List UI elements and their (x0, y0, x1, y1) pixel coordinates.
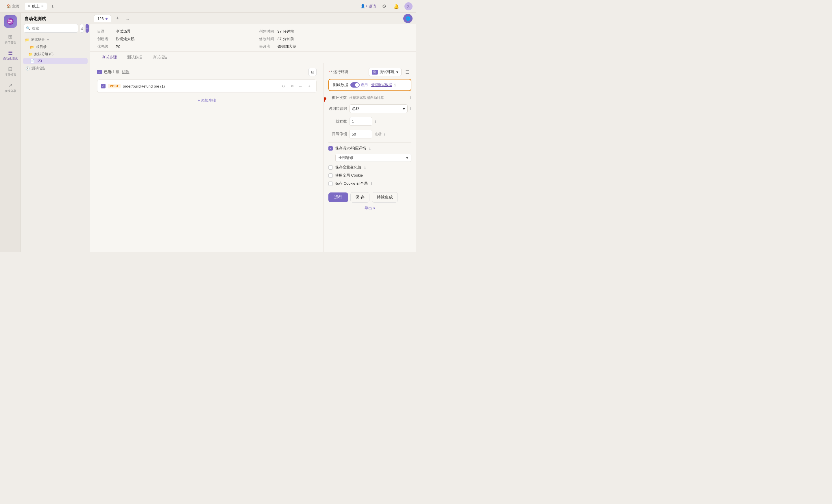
left-panel: 自动化测试 🔍 ⊿ + 📁 测试场景 ▾ 📂 根目录 📁 默认分组 (0) (21, 13, 90, 252)
step-path: order/buildRefund pre (1) (123, 84, 278, 88)
run-button[interactable]: 运行 (329, 192, 348, 202)
avatar[interactable]: 头 (405, 2, 413, 10)
search-input[interactable] (24, 24, 78, 33)
add-step-button[interactable]: + 添加步骤 (97, 95, 316, 106)
tab-number: 1 (49, 3, 56, 9)
plus-icon[interactable]: + (306, 83, 313, 89)
tree-default-group[interactable]: 📁 默认分组 (0) (23, 51, 87, 58)
api-icon: ⊞ (8, 33, 12, 40)
env-select[interactable]: 测 测试环境 ▾ (369, 68, 401, 76)
sidebar-item-api[interactable]: ⊞ 接口管理 (2, 31, 19, 46)
globe-icon-btn[interactable]: 🌐 (403, 14, 413, 23)
meta-modifier: 修改者 铁锅炖大鹅 (259, 44, 409, 49)
sidebar-item-automation[interactable]: ☰ 自动化测试 (2, 47, 19, 62)
modified-time-value: 37 分钟前 (278, 36, 294, 42)
export-row[interactable]: 导出 ▾ (329, 206, 411, 211)
tab-close-icon[interactable]: ✕ (28, 4, 30, 8)
tab-home[interactable]: 🏠 主页 (3, 3, 23, 10)
loop-label: 循环次数 (329, 95, 347, 100)
selected-count-text: 已选 1 项 (104, 69, 120, 75)
sidebar-label-project: 项目设置 (5, 73, 16, 77)
catalog-value: 测试场景 (115, 29, 131, 34)
toggle-switch[interactable] (350, 82, 360, 87)
automation-icon: ☰ (8, 50, 13, 56)
modifier-value: 铁锅炖大鹅 (278, 44, 296, 49)
creator-value: 铁锅炖大鹅 (115, 36, 134, 42)
sidebar: ♒ ⊞ 接口管理 ☰ 自动化测试 ⊟ 项目设置 ↗ 在线分享 (0, 13, 21, 252)
created-time-label: 创建时间 (259, 29, 274, 34)
tree-item-123[interactable]: 📄 123 (23, 58, 87, 64)
tab-steps[interactable]: 测试步骤 (97, 52, 122, 63)
settings-icon-btn[interactable]: ⚙ (380, 2, 388, 10)
env-tag: 测 (372, 70, 378, 75)
save-cookie-checkbox[interactable] (329, 182, 333, 186)
main-content: 123 + ... 🌐 目录 测试场景 创建时间 37 分钟前 创建者 铁锅炖大… (90, 13, 416, 252)
use-global-cookie-row: 使用全局 Cookie (329, 173, 411, 178)
doc-tab-123[interactable]: 123 (94, 15, 111, 22)
bell-icon-btn[interactable]: 🔔 (392, 2, 400, 10)
tree-section: 📁 测试场景 ▾ 📂 根目录 📁 默认分组 (0) 📄 123 🕐 测试报告 (21, 35, 90, 252)
doc-tab-more-button[interactable]: ... (124, 15, 131, 22)
interval-input[interactable] (349, 130, 372, 138)
tab-pencil-icon: ✏ (41, 4, 44, 8)
home-label: 主页 (12, 4, 20, 9)
invite-button[interactable]: 👤+ 邀请 (361, 4, 376, 9)
tab-online[interactable]: ✕ 线上 ✏ (25, 3, 47, 10)
doc-tab-add-button[interactable]: + (113, 15, 122, 23)
search-wrap: 🔍 (24, 24, 78, 33)
item-123-label: 123 (36, 59, 42, 63)
sidebar-item-share[interactable]: ↗ 在线分享 (2, 80, 19, 95)
filter-button[interactable]: ⊿ (80, 24, 84, 33)
tab-report[interactable]: 测试报告 (148, 52, 172, 63)
thread-input[interactable] (349, 117, 372, 126)
tab-data[interactable]: 测试数据 (123, 52, 147, 63)
search-area: 🔍 ⊿ + (21, 24, 90, 35)
save-button[interactable]: 保 存 (350, 192, 369, 203)
tree-test-report[interactable]: 🕐 测试报告 (23, 64, 87, 73)
step-checkbox[interactable]: ✓ (101, 84, 105, 88)
top-bar-left: 🏠 主页 ✕ 线上 ✏ 1 (3, 3, 358, 10)
clock-icon: 🕐 (25, 67, 30, 71)
refresh-icon[interactable]: ↻ (280, 83, 287, 89)
thread-label: 线程数 (329, 119, 347, 124)
sidebar-logo: ♒ (4, 15, 17, 28)
project-icon: ⊟ (8, 66, 12, 72)
save-variable-checkbox[interactable] (329, 165, 333, 170)
test-data-label: 测试数据 (333, 82, 348, 87)
sidebar-item-project[interactable]: ⊟ 项目设置 (2, 63, 19, 79)
tree-scene-label: 测试场景 (31, 37, 45, 42)
catalog-label: 目录 (97, 29, 112, 34)
share-icon: ↗ (8, 82, 12, 88)
all-requests-select[interactable]: 全部请求 ▾ (335, 154, 411, 162)
ci-button[interactable]: 持续集成 (372, 192, 398, 203)
use-global-cookie-checkbox[interactable] (329, 174, 333, 178)
save-variable-info-icon: ℹ (364, 165, 366, 170)
thread-row: 线程数 ℹ (329, 117, 411, 126)
env-row: * * 运行环境 测 测试环境 ▾ ☰ (329, 68, 411, 76)
all-requests-label: 全部请求 (339, 155, 354, 160)
remove-link[interactable]: 移除 (122, 69, 129, 75)
home-icon: 🏠 (6, 4, 11, 8)
select-all-checkbox[interactable]: ✓ (97, 70, 102, 74)
error-label: 遇到错误时 (329, 106, 347, 111)
created-time-value: 37 分钟前 (278, 29, 294, 34)
save-response-checkbox[interactable]: ✓ (329, 146, 333, 151)
main-layout: ♒ ⊞ 接口管理 ☰ 自动化测试 ⊟ 项目设置 ↗ 在线分享 自动化测试 🔍 ⊿… (0, 13, 416, 252)
thread-info-icon: ℹ (375, 120, 376, 124)
creator-label: 创建者 (97, 36, 112, 42)
more-icon[interactable]: ··· (297, 83, 304, 89)
export-label: 导出 (365, 206, 372, 211)
loop-row: 循环次数 根据测试数据自动计算 ℹ (329, 95, 411, 100)
copy-icon[interactable]: ⧉ (288, 83, 295, 89)
sidebar-label-automation: 自动化测试 (3, 57, 18, 60)
error-select[interactable]: 忽略 ▾ (349, 104, 408, 113)
selected-bar: ✓ 已选 1 项 移除 ⊡ (97, 68, 316, 76)
env-more-button[interactable]: ☰ (403, 68, 411, 76)
expand-button[interactable]: ⊡ (309, 68, 316, 76)
tree-scene-header[interactable]: 📁 测试场景 ▾ (23, 36, 87, 43)
add-button[interactable]: + (85, 24, 89, 33)
tree-root-folder[interactable]: 📂 根目录 (23, 43, 87, 51)
interval-unit: 毫秒 (375, 132, 382, 137)
manage-data-link[interactable]: 管理测试数据 (371, 83, 392, 87)
bottom-buttons: 运行 保 存 持续集成 (329, 192, 411, 203)
